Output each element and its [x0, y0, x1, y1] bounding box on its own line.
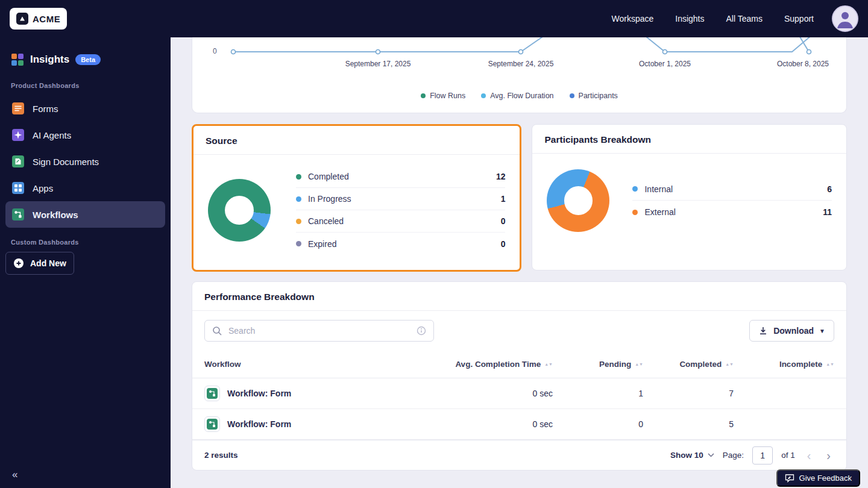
legend-label: In Progress — [308, 194, 501, 204]
acme-logo-icon — [16, 13, 28, 25]
sort-icon[interactable]: ▲▼ — [826, 363, 834, 366]
completed-value: 5 — [643, 419, 734, 429]
ai-agents-icon — [12, 129, 24, 141]
workflow-cell: Workflow: Form — [204, 416, 414, 432]
download-button[interactable]: Download ▼ — [749, 320, 834, 342]
avg-completion-value: 0 sec — [414, 389, 553, 398]
legend-dot — [632, 186, 638, 192]
nav-workspace[interactable]: Workspace — [611, 14, 653, 23]
legend-row-external[interactable]: External 11 — [632, 201, 832, 224]
trend-chart-card: 0 September 17, 2025 September 24, 2025 … — [192, 37, 847, 113]
column-workflow: Workflow — [204, 360, 414, 369]
search-icon — [212, 326, 222, 336]
x-axis-label: October 1, 2025 — [639, 60, 691, 68]
sidebar: Insights Beta Product Dashboards Forms A… — [0, 37, 171, 488]
top-navigation: Workspace Insights All Teams Support — [611, 5, 858, 32]
add-new-label: Add New — [30, 258, 66, 268]
participants-legend: Internal 6 External 11 — [632, 178, 832, 224]
nav-all-teams[interactable]: All Teams — [726, 14, 763, 23]
sidebar-item-label: Sign Documents — [33, 157, 99, 167]
legend-value: 0 — [501, 239, 506, 249]
product-dashboards-label: Product Dashboards — [5, 82, 165, 89]
sidebar-item-sign-documents[interactable]: Sign Documents — [5, 148, 165, 175]
source-card-body: Completed 12 In Progress 1 Canceled 0 — [193, 155, 520, 266]
pending-value: 1 — [553, 389, 643, 398]
user-avatar[interactable] — [832, 5, 858, 32]
legend-row-completed[interactable]: Completed 12 — [296, 166, 505, 188]
legend-row-expired[interactable]: Expired 0 — [296, 233, 505, 255]
insights-logo-icon — [11, 53, 24, 66]
legend-dot — [296, 219, 301, 224]
legend-label: Avg. Flow Duration — [490, 92, 553, 100]
legend-value: 12 — [496, 172, 506, 181]
legend-dot — [570, 93, 574, 98]
sidebar-item-label: AI Agents — [33, 130, 71, 140]
sort-icon[interactable]: ▲▼ — [725, 363, 734, 366]
column-incomplete: Incomplete▲▼ — [734, 360, 834, 369]
legend-value: 6 — [827, 184, 832, 194]
legend-participants[interactable]: Participants — [570, 92, 618, 100]
source-title: Source — [206, 136, 237, 146]
sort-icon[interactable]: ▲▼ — [544, 363, 553, 366]
chevron-down-icon: ▼ — [819, 328, 825, 334]
column-avg-completion-time: Avg. Completion Time▲▼ — [414, 360, 553, 369]
table-row[interactable]: Workflow: Form 0 sec 1 7 — [192, 378, 846, 409]
top-bar: ACME Workspace Insights All Teams Suppor… — [0, 0, 868, 37]
workflows-icon — [207, 388, 218, 399]
sidebar-item-label: Forms — [33, 104, 58, 114]
nav-insights[interactable]: Insights — [675, 14, 704, 23]
table-row[interactable]: Workflow: Form 0 sec 0 5 — [192, 409, 846, 440]
legend-dot — [632, 210, 638, 215]
search-input[interactable] — [227, 325, 411, 336]
person-icon — [833, 7, 857, 31]
legend-avg-flow-duration[interactable]: Avg. Flow Duration — [481, 92, 553, 100]
sidebar-item-label: Apps — [33, 183, 53, 193]
legend-label: Expired — [308, 239, 501, 249]
sidebar-header: Insights Beta — [5, 53, 165, 66]
forms-icon — [12, 102, 24, 114]
legend-row-internal[interactable]: Internal 6 — [632, 178, 832, 201]
add-new-button[interactable]: Add New — [5, 252, 74, 275]
sign-documents-icon — [12, 155, 24, 167]
sort-icon[interactable]: ▲▼ — [635, 363, 643, 366]
give-feedback-button[interactable]: Give Feedback — [776, 469, 860, 487]
sidebar-item-forms[interactable]: Forms — [5, 95, 165, 122]
main-content: 0 September 17, 2025 September 24, 2025 … — [171, 37, 868, 488]
show-per-page-select[interactable]: Show 10 — [670, 451, 714, 460]
page-number-input[interactable] — [752, 446, 773, 465]
participants-donut-chart[interactable] — [547, 169, 609, 232]
legend-value: 1 — [501, 194, 506, 204]
legend-value: 11 — [823, 207, 832, 217]
next-page-button[interactable]: › — [823, 449, 834, 461]
column-pending: Pending▲▼ — [553, 360, 643, 369]
legend-label: Completed — [308, 172, 496, 181]
workflow-icon-box — [204, 386, 220, 401]
nav-support[interactable]: Support — [784, 14, 814, 23]
sidebar-item-workflows[interactable]: Workflows — [5, 201, 165, 228]
sidebar-item-apps[interactable]: Apps — [5, 175, 165, 201]
source-donut-chart[interactable] — [208, 179, 271, 242]
trend-line-chart[interactable] — [192, 37, 846, 76]
results-count: 2 results — [204, 451, 238, 460]
previous-page-button[interactable]: ‹ — [804, 449, 815, 461]
page-label: Page: — [723, 451, 744, 460]
sidebar-collapse-icon[interactable]: « — [12, 469, 17, 481]
download-icon — [758, 326, 768, 336]
donut-cards-row: Source Completed 12 In Progress 1 — [192, 124, 847, 272]
info-icon[interactable] — [417, 326, 426, 336]
acme-logo[interactable]: ACME — [10, 8, 67, 30]
source-legend: Completed 12 In Progress 1 Canceled 0 — [296, 166, 505, 255]
search-box[interactable] — [204, 320, 434, 342]
legend-flow-runs[interactable]: Flow Runs — [421, 92, 465, 100]
legend-label: External — [644, 207, 823, 217]
pending-value: 0 — [553, 419, 643, 429]
legend-label: Flow Runs — [430, 92, 465, 100]
sidebar-item-ai-agents[interactable]: AI Agents — [5, 122, 165, 148]
legend-value: 0 — [501, 216, 506, 226]
table-footer: 2 results Show 10 Page: of 1 ‹ › — [192, 440, 846, 470]
workflow-cell: Workflow: Form — [204, 386, 414, 401]
legend-row-in-progress[interactable]: In Progress 1 — [296, 188, 505, 210]
participants-title: Participants Breakdown — [544, 134, 651, 145]
legend-dot — [296, 174, 301, 180]
legend-row-canceled[interactable]: Canceled 0 — [296, 210, 505, 233]
